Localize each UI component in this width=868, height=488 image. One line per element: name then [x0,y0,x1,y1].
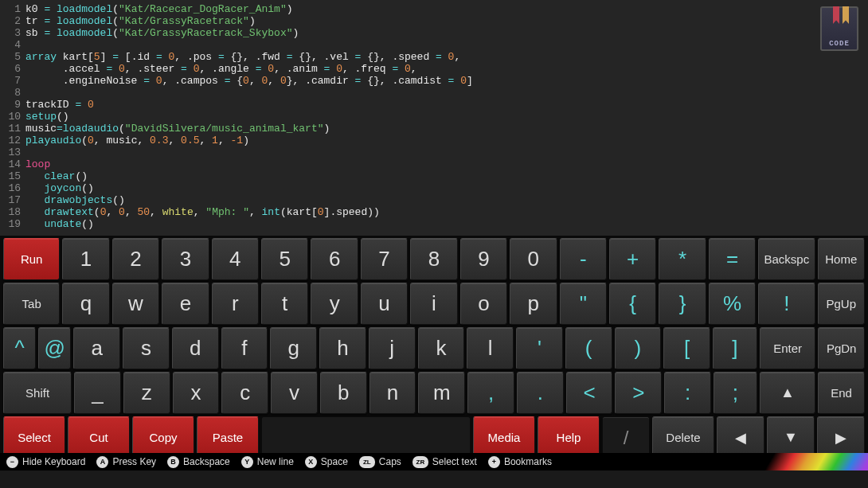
key-semicolon[interactable]: ; [714,372,757,414]
key-exclaim[interactable]: ! [758,283,815,325]
key-y[interactable]: y [311,283,358,325]
key-apos[interactable]: ' [516,327,563,369]
code-line[interactable]: 2tr = loadmodel("Kat/GrassyRacetrack") [0,15,868,27]
key-z[interactable]: z [123,372,170,414]
code-line[interactable]: 15 clear() [0,170,868,182]
shift-key[interactable]: Shift [3,372,72,414]
key-p[interactable]: p [510,283,557,325]
key-equals[interactable]: = [709,238,756,280]
code-line[interactable]: 12playaudio(0, music, 0.3, 0.5, 1, -1) [0,135,868,146]
code-line[interactable]: 4 [0,39,868,51]
line-number: 5 [0,51,25,63]
code-line[interactable]: 16 joycon() [0,182,868,194]
key-5[interactable]: 5 [261,238,308,280]
code-line[interactable]: 10setup() [0,111,868,123]
key-gt[interactable]: > [615,372,662,414]
key-9[interactable]: 9 [460,238,507,280]
key-lbrace[interactable]: { [609,283,656,325]
key-underscore[interactable]: _ [74,372,121,414]
key-n[interactable]: n [369,372,416,414]
key-colon[interactable]: : [664,372,711,414]
key-0[interactable]: 0 [510,238,557,280]
pgdn-key[interactable]: PgDn [818,327,865,369]
hint-button-icon: B [167,456,179,468]
key-lbracket[interactable]: [ [663,327,710,369]
key-rbracket[interactable]: ] [713,327,757,369]
key-x[interactable]: x [173,372,220,414]
pgup-key[interactable]: PgUp [818,283,865,325]
key-asterisk[interactable]: * [659,238,706,280]
key-3[interactable]: 3 [162,238,209,280]
code-content: .accel = 0, .steer = 0, .angle = 0, .ani… [25,63,417,75]
key-l[interactable]: l [467,327,514,369]
code-book-icon[interactable]: CODE [820,6,858,51]
key-comma[interactable]: , [467,372,514,414]
key-k[interactable]: k [418,327,465,369]
key-at[interactable]: @ [38,327,71,369]
key-r[interactable]: r [212,283,259,325]
key-q[interactable]: q [62,283,109,325]
key-lt[interactable]: < [566,372,613,414]
end-key[interactable]: End [818,372,865,414]
key-u[interactable]: u [361,283,408,325]
key-4[interactable]: 4 [212,238,259,280]
code-line[interactable]: 18 drawtext(0, 0, 50, white, "Mph: ", in… [0,206,868,218]
run-key[interactable]: Run [3,238,60,280]
key-e[interactable]: e [162,283,209,325]
key-8[interactable]: 8 [410,238,457,280]
key-2[interactable]: 2 [112,238,159,280]
key-caret[interactable]: ^ [3,327,36,369]
home-key[interactable]: Home [818,238,865,280]
code-line[interactable]: 3sb = loadmodel("Kat/GrassyRacetrack_Sky… [0,27,868,39]
key-1[interactable]: 1 [62,238,109,280]
key-rparen[interactable]: ) [615,327,662,369]
code-line[interactable]: 7 .engineNoise = 0, .campos = {0, 0, 0},… [0,75,868,87]
hint-item: −Hide Keyboard [6,456,85,468]
code-line[interactable]: 1k0 = loadmodel("Kat/Racecar_DogRacer_An… [0,3,868,15]
arrow-up-key[interactable] [760,372,816,414]
key-quote[interactable]: " [560,283,607,325]
code-line[interactable]: 14loop [0,158,868,170]
hint-label: Press Key [112,456,156,467]
key-plus[interactable]: + [609,238,656,280]
key-t[interactable]: t [261,283,308,325]
code-line[interactable]: 13 [0,146,868,158]
line-number: 7 [0,75,25,87]
code-line[interactable]: 6 .accel = 0, .steer = 0, .angle = 0, .a… [0,63,868,75]
line-number: 12 [0,135,25,146]
code-line[interactable]: 17 drawobjects() [0,194,868,206]
key-7[interactable]: 7 [361,238,408,280]
key-dot[interactable]: . [517,372,564,414]
key-rbrace[interactable]: } [659,283,706,325]
code-line[interactable]: 5array kart[5] = [.id = 0, .pos = {}, .f… [0,51,868,63]
enter-key[interactable]: Enter [760,327,815,369]
code-line[interactable]: 11music=loadaudio("DavidSilvera/music_an… [0,123,868,135]
code-content: drawobjects() [25,194,125,206]
key-b[interactable]: b [320,372,367,414]
code-line[interactable]: 8 [0,87,868,99]
key-v[interactable]: v [271,372,318,414]
code-editor[interactable]: CODE 1k0 = loadmodel("Kat/Racecar_DogRac… [0,0,868,236]
key-m[interactable]: m [418,372,465,414]
key-i[interactable]: i [410,283,457,325]
key-f[interactable]: f [221,327,268,369]
key-g[interactable]: g [270,327,317,369]
key-6[interactable]: 6 [311,238,358,280]
key-o[interactable]: o [460,283,507,325]
key-w[interactable]: w [112,283,159,325]
key-j[interactable]: j [369,327,416,369]
tab-key[interactable]: Tab [3,283,60,325]
key-h[interactable]: h [319,327,366,369]
code-line[interactable]: 9trackID = 0 [0,99,868,111]
hint-item: BBackspace [167,456,230,468]
key-d[interactable]: d [172,327,219,369]
key-percent[interactable]: % [709,283,756,325]
key-minus[interactable]: - [560,238,607,280]
hint-label: Caps [379,456,401,467]
key-c[interactable]: c [221,372,268,414]
key-lparen[interactable]: ( [565,327,612,369]
code-line[interactable]: 19 undate() [0,218,868,230]
backspace-key[interactable]: Backspc [758,238,815,280]
key-s[interactable]: s [123,327,170,369]
key-a[interactable]: a [73,327,120,369]
